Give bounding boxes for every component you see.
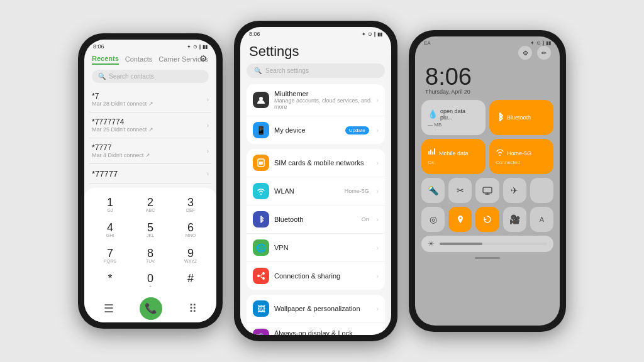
dial-key-9[interactable]: 9WXYZ — [171, 244, 210, 268]
svg-rect-6 — [483, 187, 492, 193]
settings-content: Settings 🔍 Search settings Miuithemer Ma… — [240, 38, 391, 335]
call-item-2[interactable]: *7777774 Mar 25 Didn't connect ↗ › — [89, 112, 211, 138]
settings-item-connection-sharing[interactable]: Connection & sharing › — [247, 262, 385, 290]
bluetooth-name: Bluetooth — [274, 216, 357, 223]
vpn-name: VPN — [274, 244, 372, 251]
sim-icon — [253, 155, 269, 171]
chevron-icon-9: › — [377, 334, 379, 336]
cc-flashlight-tile[interactable]: 🔦 — [421, 178, 445, 203]
cc-screenshot-tile[interactable]: ✂ — [448, 178, 472, 203]
search-settings-placeholder: Search settings — [265, 67, 309, 74]
update-badge: Update — [345, 126, 369, 134]
wlan-name: WLAN — [274, 187, 340, 195]
cc-extra-tile-1[interactable] — [530, 178, 553, 203]
mydevice-icon: 📱 — [253, 122, 269, 138]
cc-settings-icon[interactable]: ⚙ — [518, 46, 532, 60]
search-contacts-input[interactable]: 🔍 Search contacts — [92, 70, 209, 83]
bluetooth-cc-icon — [496, 112, 504, 123]
settings-item-lockscreen[interactable]: 🔒 Always-on display & Lock screen › — [247, 323, 385, 335]
cc-status-icons: ✦ ⊙ ∥ ▮▮ — [530, 40, 551, 46]
svg-rect-2 — [259, 162, 263, 165]
cc-user: EA — [424, 40, 431, 46]
cc-tile-data[interactable]: 💧 open data plu... — MB — [421, 100, 486, 135]
settings-gear-icon[interactable]: ⚙ — [199, 53, 208, 63]
cc-tile-bluetooth[interactable]: Bluetooth — [489, 100, 553, 135]
dial-key-star[interactable]: * — [91, 269, 130, 293]
chevron-icon-2: › — [377, 127, 379, 134]
dial-key-5[interactable]: 5JKL — [131, 218, 170, 242]
cc-location-tile[interactable] — [448, 207, 472, 232]
cc-nfc-tile[interactable]: ◎ — [421, 207, 445, 232]
dial-key-3[interactable]: 3DEF — [171, 193, 210, 217]
miuithemer-desc: Manage accounts, cloud services, and mor… — [274, 97, 372, 110]
dialpad-grid: 1GJ 2ABC 3DEF 4GHI 5JKL 6MNO 7PQRS 8TUV … — [91, 193, 210, 293]
mobiledata-label: Mobile data — [439, 150, 469, 156]
cc-brightness-control[interactable]: ☀ — [421, 236, 553, 252]
settings-item-miuithemer[interactable]: Miuithemer Manage accounts, cloud servic… — [247, 84, 385, 116]
mobiledata-sub: On — [428, 160, 479, 165]
status-icons-1: ✦ ⊙ ∥ ▮▮ — [187, 44, 208, 50]
call-item-3[interactable]: *7777 Mar 4 Didn't connect ↗ › — [89, 138, 211, 164]
phone-control-center: EA ✦ ⊙ ∥ ▮▮ ⚙ ✏ 8:06 Thursday, April 20 … — [409, 30, 566, 332]
brightness-icon: ☀ — [428, 239, 435, 248]
dial-key-8[interactable]: 8TUV — [131, 244, 170, 268]
search-settings-input[interactable]: 🔍 Search settings — [247, 63, 385, 78]
lockscreen-name: Always-on display & Lock screen — [274, 329, 372, 335]
wallpaper-icon: 🖼 — [253, 300, 269, 317]
connection-sharing-name: Connection & sharing — [274, 272, 372, 280]
menu-icon[interactable]: ☰ — [104, 302, 114, 315]
cc-small-tiles-1: 🔦 ✂ ✈ — [415, 174, 560, 207]
cc-extra-tile-2[interactable]: A — [530, 207, 553, 232]
data-icon: 💧 — [428, 109, 438, 119]
settings-item-mydevice[interactable]: 📱 My device Update › — [247, 116, 385, 144]
settings-item-wallpaper[interactable]: 🖼 Wallpaper & personalization › — [247, 295, 385, 323]
cc-edit-icon[interactable]: ✏ — [537, 46, 551, 60]
recent-calls-list: *7 Mar 28 Didn't connect ↗ › *7777774 Ma… — [84, 87, 216, 184]
cc-video-tile[interactable]: 🎥 — [503, 207, 526, 232]
lockscreen-icon: 🔒 — [253, 329, 269, 335]
home-indicator — [475, 257, 500, 259]
phone-dialer: 8:06 ✦ ⊙ ∥ ▮▮ ⚙ Recents Contacts Carrier… — [78, 33, 223, 329]
call-number-1: *7 — [92, 92, 153, 101]
status-bar-2: 8:06 ✦ ⊙ ∥ ▮▮ — [240, 27, 391, 38]
miuithemer-icon — [253, 92, 269, 108]
dial-key-hash[interactable]: # — [171, 269, 210, 293]
call-button[interactable]: 📞 — [140, 297, 162, 320]
dial-key-1[interactable]: 1GJ — [91, 193, 130, 217]
miuithemer-name: Miuithemer — [274, 90, 372, 97]
settings-item-bluetooth[interactable]: Bluetooth On › — [247, 206, 385, 234]
settings-item-wlan[interactable]: WLAN Home-5G › — [247, 177, 385, 206]
dial-key-0[interactable]: 0+ — [131, 269, 170, 293]
dial-key-4[interactable]: 4GHI — [91, 218, 130, 242]
brightness-bar — [440, 243, 547, 245]
dial-key-2[interactable]: 2ABC — [131, 193, 170, 217]
search-icon: 🔍 — [98, 73, 106, 80]
cc-rotate-tile[interactable] — [475, 207, 499, 232]
settings-item-vpn[interactable]: 🌐 VPN › — [247, 234, 385, 262]
call-date-2: Mar 25 Didn't connect ↗ — [92, 126, 153, 133]
cc-tile-wifi[interactable]: Home-5G Connected — [489, 139, 553, 174]
dial-key-7[interactable]: 7PQRS — [91, 244, 130, 268]
status-bar-1: 8:06 ✦ ⊙ ∥ ▮▮ — [84, 40, 216, 51]
tab-contacts[interactable]: Contacts — [125, 54, 152, 64]
mydevice-name: My device — [274, 126, 340, 134]
call-item-1[interactable]: *7 Mar 28 Didn't connect ↗ › — [89, 87, 211, 112]
cc-airplane-tile[interactable]: ✈ — [503, 178, 526, 203]
vpn-icon: 🌐 — [253, 239, 269, 256]
call-item-last[interactable]: *77777 › — [89, 164, 211, 184]
bluetooth-value: On — [362, 216, 369, 222]
settings-item-sim[interactable]: SIM cards & mobile networks › — [247, 149, 385, 177]
chevron-icon-6: › — [377, 244, 379, 251]
call-date-1: Mar 28 Didn't connect ↗ — [92, 101, 153, 107]
chevron-right-icon: › — [207, 96, 209, 103]
cc-cast-tile[interactable] — [475, 178, 499, 203]
dialer-top: Recents Contacts Carrier Services 🔍 Sear… — [84, 51, 216, 87]
time-2: 8:06 — [249, 31, 260, 37]
dial-key-6[interactable]: 6MNO — [171, 218, 210, 242]
dialpad-grid-icon[interactable]: ⠿ — [189, 302, 197, 315]
cc-tile-mobiledata[interactable]: Mobile data On — [421, 139, 486, 174]
settings-section-personal: 🖼 Wallpaper & personalization › 🔒 Always… — [247, 295, 385, 335]
chevron-icon-4: › — [377, 188, 379, 195]
chevron-icon-7: › — [377, 273, 379, 280]
tab-recents[interactable]: Recents — [92, 53, 119, 65]
